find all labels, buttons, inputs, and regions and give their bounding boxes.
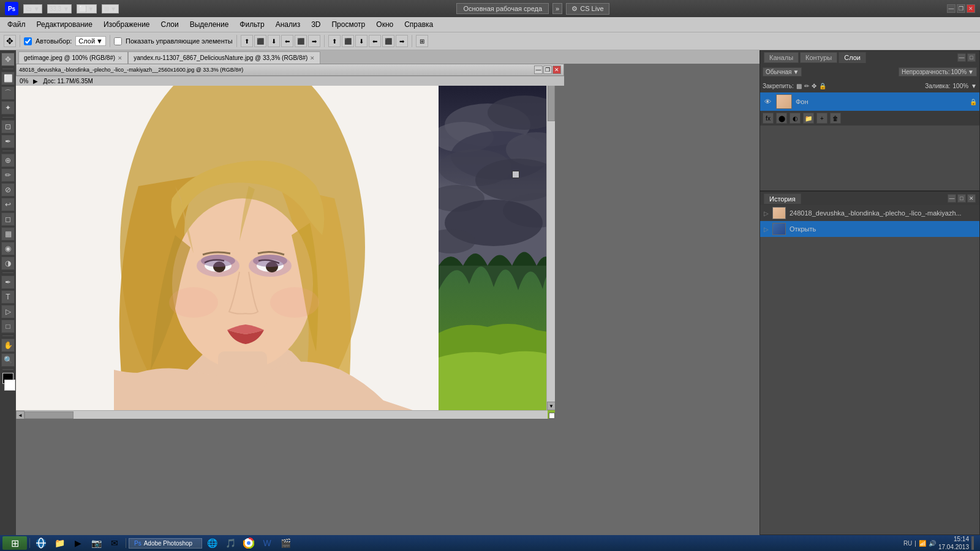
menu-select[interactable]: Выделение — [185, 19, 234, 30]
move-tool-icon[interactable]: ✥ — [4, 35, 16, 47]
healing-tool[interactable]: ⊕ — [1, 154, 15, 167]
group-btn[interactable]: 📁 — [803, 113, 814, 124]
move-tool[interactable]: ✥ — [1, 53, 15, 66]
brush-tool[interactable]: ✏ — [1, 168, 15, 182]
taskbar-media[interactable]: ▶ — [69, 536, 86, 550]
blend-mode-dropdown[interactable]: Обычная ▼ — [763, 67, 802, 77]
taskbar-ie[interactable] — [32, 536, 50, 550]
autoselect-dropdown[interactable]: Слой ▼ — [75, 36, 106, 46]
path-select-tool[interactable]: ▷ — [1, 305, 15, 318]
taskbar-word[interactable]: W — [258, 536, 276, 550]
show-controls-checkbox[interactable] — [114, 37, 122, 45]
taskbar-photoshop-btn[interactable]: Ps Adobe Photoshop — [129, 538, 202, 549]
vertical-scrollbar[interactable]: ▲ ▼ — [546, 76, 555, 410]
align-bottom-icon[interactable]: ⬇ — [268, 35, 280, 47]
tab-paths[interactable]: Контуры — [800, 52, 837, 63]
panel-expand-btn[interactable]: □ — [967, 53, 976, 62]
history-row-0[interactable]: ▷ 248018_devushka_-blondinka_-plecho_-li… — [760, 205, 979, 221]
doc-tab-1[interactable]: getimage.jpeg @ 100% (RGB/8#) ✕ — [18, 51, 128, 64]
mask-btn[interactable]: ⬤ — [776, 113, 787, 124]
eyedropper-tool[interactable]: ✒ — [1, 135, 15, 148]
scroll-thumb-h[interactable] — [24, 411, 74, 419]
dist-vcenter-icon[interactable]: ⬛ — [342, 35, 354, 47]
magic-wand-tool[interactable]: ✦ — [1, 101, 15, 114]
taskbar-mail[interactable]: ✉ — [106, 536, 123, 550]
arrange-btn[interactable]: ⊞ ▼ — [102, 4, 119, 13]
eraser-tool[interactable]: ◻ — [1, 212, 15, 226]
panel-collapse-btn[interactable]: — — [957, 53, 966, 62]
start-button[interactable]: ⊞ — [2, 536, 27, 550]
doc-minimize-btn[interactable]: — — [534, 66, 543, 74]
history-row-1[interactable]: ▷ Открыть — [760, 221, 979, 237]
zoom-tool[interactable]: 🔍 — [1, 353, 15, 367]
scroll-thumb-v[interactable] — [548, 84, 555, 121]
scroll-btn[interactable]: ▶ — [33, 78, 38, 84]
doc-tab-2[interactable]: yandex.ru-11307_6867_DeliciousNature.jpg… — [128, 51, 320, 64]
history-collapse-btn[interactable]: — — [948, 194, 956, 203]
menu-window[interactable]: Окно — [371, 19, 398, 30]
auto-align-icon[interactable]: ⊞ — [416, 35, 428, 47]
menu-filter[interactable]: Фильтр — [235, 19, 269, 30]
dist-bottom-icon[interactable]: ⬇ — [355, 35, 368, 47]
dist-left-icon[interactable]: ⬅ — [369, 35, 381, 47]
taskbar-chrome[interactable] — [240, 536, 257, 550]
lasso-tool[interactable]: ⌒ — [1, 86, 15, 100]
tab-layers[interactable]: Слои — [839, 52, 866, 63]
lock-transparent-icon[interactable]: ▩ — [796, 83, 802, 89]
align-hcenter-icon[interactable]: ⬛ — [295, 35, 307, 47]
align-right-icon[interactable]: ➡ — [308, 35, 320, 47]
tab-history[interactable]: История — [764, 193, 801, 204]
workspace-button[interactable]: Основная рабочая среда — [456, 3, 549, 14]
doc-tab-2-close[interactable]: ✕ — [310, 55, 315, 61]
minimize-btn[interactable]: — — [947, 4, 956, 13]
pen-tool[interactable]: ✒ — [1, 276, 15, 289]
show-desktop-btn[interactable] — [971, 536, 974, 550]
lock-image-icon[interactable]: ✏ — [804, 83, 809, 89]
menu-view[interactable]: Просмотр — [326, 19, 370, 30]
gradient-tool[interactable]: ▦ — [1, 227, 15, 241]
dist-right-icon[interactable]: ➡ — [396, 35, 408, 47]
layer-row-0[interactable]: 👁 Фон 🔒 — [760, 92, 979, 111]
fx-btn[interactable]: fx — [763, 113, 774, 124]
align-left-icon[interactable]: ⬅ — [281, 35, 293, 47]
taskbar-camera[interactable]: 📷 — [88, 536, 105, 550]
scroll-left-btn[interactable]: ◄ — [16, 411, 24, 419]
menu-layers[interactable]: Слои — [156, 19, 184, 30]
lock-position-icon[interactable]: ✥ — [812, 83, 816, 89]
workspace-arrow[interactable]: » — [552, 3, 562, 14]
horizontal-scrollbar[interactable]: ◄ ► — [16, 410, 548, 419]
doc-tab-1-close[interactable]: ✕ — [118, 55, 123, 61]
menu-file[interactable]: Файл — [2, 19, 31, 30]
crop-tool[interactable]: ⊡ — [1, 120, 15, 133]
dodge-tool[interactable]: ◑ — [1, 257, 15, 270]
menu-image[interactable]: Изображение — [99, 19, 155, 30]
history-expand-btn[interactable]: □ — [957, 194, 966, 203]
delete-layer-btn[interactable]: 🗑 — [830, 113, 841, 124]
taskbar-browser[interactable]: 🌐 — [203, 536, 221, 550]
doc-close-btn[interactable]: ✕ — [552, 66, 561, 74]
align-top-icon[interactable]: ⬆ — [241, 35, 253, 47]
file-icon-btn[interactable]: 🗂 ▼ — [23, 4, 42, 13]
layer-eye-0[interactable]: 👁 — [763, 97, 772, 107]
taskbar-music[interactable]: 🎵 — [222, 536, 239, 550]
hand-tool[interactable]: ✋ — [1, 339, 15, 352]
view-btn[interactable]: ⬜ ▼ — [77, 4, 97, 13]
stamp-tool[interactable]: ⊘ — [1, 183, 15, 197]
resize-handle[interactable] — [549, 413, 555, 419]
close-btn[interactable]: ✕ — [967, 4, 975, 13]
doc-restore-btn[interactable]: ❐ — [543, 66, 552, 74]
restore-btn[interactable]: ❐ — [957, 4, 965, 13]
dist-top-icon[interactable]: ⬆ — [328, 35, 341, 47]
blur-tool[interactable]: ◉ — [1, 242, 15, 255]
adj-layer-btn[interactable]: ◐ — [790, 113, 801, 124]
dist-hcenter-icon[interactable]: ⬛ — [382, 35, 394, 47]
zoom-dropdown[interactable]: 33,3 ▼ — [47, 4, 72, 13]
lock-all-icon[interactable]: 🔒 — [819, 83, 826, 89]
history-close-btn[interactable]: ✕ — [967, 194, 976, 203]
menu-analysis[interactable]: Анализ — [271, 19, 306, 30]
taskbar-explorer[interactable]: 📁 — [51, 536, 68, 550]
text-tool[interactable]: T — [1, 290, 15, 304]
background-color[interactable] — [4, 380, 15, 391]
align-vcenter-icon[interactable]: ⬛ — [254, 35, 266, 47]
taskbar-video[interactable]: 🎬 — [277, 536, 294, 550]
